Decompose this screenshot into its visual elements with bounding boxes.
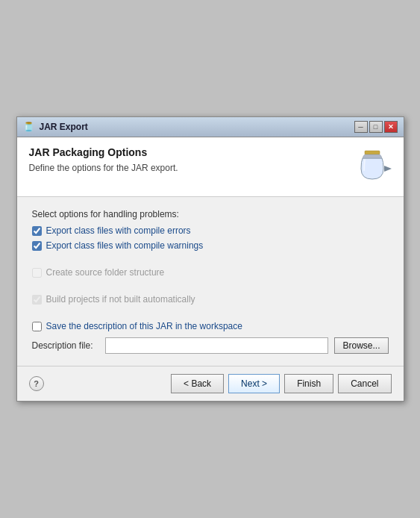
description-row: Description file: Browse... <box>32 337 389 354</box>
header-text: JAR Packaging Options Define the options… <box>29 146 345 173</box>
svg-rect-0 <box>365 151 380 155</box>
window-title: JAR Export <box>40 122 88 132</box>
svg-marker-1 <box>384 166 392 172</box>
back-button[interactable]: < Back <box>171 374 224 393</box>
bottom-left: ? <box>29 376 44 391</box>
checkbox-row-2: Export class files with compile warnings <box>32 240 389 251</box>
header-title: JAR Packaging Options <box>29 146 345 158</box>
jar-title-icon: 🫙 <box>23 121 35 133</box>
build-projects-checkbox[interactable] <box>32 295 42 305</box>
checkbox-row-1: Export class files with compile errors <box>32 225 389 236</box>
jar-icon <box>353 146 392 185</box>
section-label: Select options for handling problems: <box>32 209 389 219</box>
save-description-label[interactable]: Save the description of this JAR in the … <box>46 321 242 331</box>
bottom-buttons: < Back Next > Finish Cancel <box>171 374 391 393</box>
export-errors-label[interactable]: Export class files with compile errors <box>46 225 191 236</box>
finish-button[interactable]: Finish <box>284 374 333 393</box>
description-input[interactable] <box>105 337 329 354</box>
help-button[interactable]: ? <box>29 376 44 391</box>
next-button[interactable]: Next > <box>228 374 280 393</box>
checkbox-row-5: Save the description of this JAR in the … <box>32 321 389 331</box>
browse-button[interactable]: Browse... <box>334 337 388 354</box>
cancel-button[interactable]: Cancel <box>338 374 391 393</box>
build-projects-label: Build projects if not built automaticall… <box>46 294 195 305</box>
create-source-label: Create source folder structure <box>46 267 165 278</box>
checkbox-row-3: Create source folder structure <box>32 267 389 278</box>
description-label: Description file: <box>32 340 99 351</box>
content-area: Select options for handling problems: Ex… <box>17 197 404 366</box>
header-section: JAR Packaging Options Define the options… <box>17 137 404 197</box>
separator-1 <box>32 255 389 267</box>
title-bar-buttons: ─ □ ✕ <box>354 121 398 133</box>
separator-2 <box>32 282 389 294</box>
create-source-checkbox[interactable] <box>32 268 42 278</box>
jar-export-window: 🫙 JAR Export ─ □ ✕ JAR Packaging Options… <box>16 116 404 402</box>
checkbox-row-4: Build projects if not built automaticall… <box>32 294 389 305</box>
export-warnings-label[interactable]: Export class files with compile warnings <box>46 240 204 251</box>
title-bar-left: 🫙 JAR Export <box>23 121 88 133</box>
export-warnings-checkbox[interactable] <box>32 241 42 251</box>
header-subtitle: Define the options for the JAR export. <box>29 163 345 173</box>
save-description-checkbox[interactable] <box>32 322 42 331</box>
minimize-button[interactable]: ─ <box>354 121 368 133</box>
title-bar: 🫙 JAR Export ─ □ ✕ <box>17 117 404 137</box>
bottom-bar: ? < Back Next > Finish Cancel <box>17 366 404 401</box>
separator-3 <box>32 309 389 321</box>
export-errors-checkbox[interactable] <box>32 226 42 236</box>
maximize-button[interactable]: □ <box>369 121 383 133</box>
close-button[interactable]: ✕ <box>384 121 398 133</box>
